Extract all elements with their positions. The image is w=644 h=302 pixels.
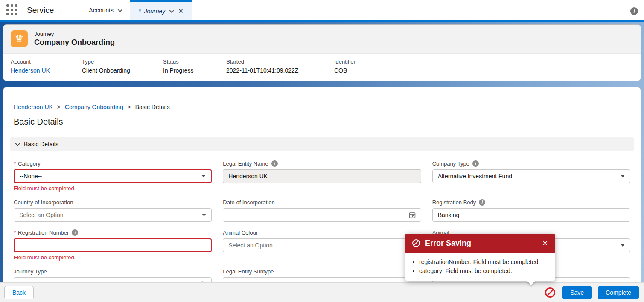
dropdown-arrow-icon <box>621 175 625 177</box>
breadcrumb-current: Basic Details <box>135 104 170 110</box>
app-launcher-icon[interactable] <box>6 4 18 16</box>
field-label: Type <box>82 58 163 65</box>
error-item: category: Field must be completed. <box>419 267 548 276</box>
accounts-tab-label: Accounts <box>89 7 114 14</box>
chevron-down-icon[interactable] <box>118 7 122 12</box>
category-select[interactable]: --None-- <box>14 169 212 183</box>
inline-error: Field must be completed. <box>14 185 212 192</box>
field-animal-colour: Animal Colour Select an Option <box>223 229 421 261</box>
field-label: Registration Body <box>432 199 476 206</box>
highlight-started: Started 2022-11-01T10:41:09.022Z <box>226 58 334 74</box>
breadcrumb-journey-link[interactable]: Company Onboarding <box>65 104 123 110</box>
breadcrumb-separator: > <box>128 104 131 110</box>
console-background: ♛ Journey Company Onboarding Account Hen… <box>0 22 644 302</box>
field-label: Started <box>226 58 334 65</box>
field-label: Status <box>163 58 226 65</box>
field-label: Country of Incorporation <box>14 199 73 206</box>
record-title: Company Onboarding <box>34 38 115 47</box>
registration-body-input[interactable]: Banking <box>432 208 630 222</box>
chevron-down-icon[interactable] <box>15 141 20 146</box>
page-title: Basic Details <box>14 117 634 127</box>
nav-item-accounts[interactable]: Accounts <box>80 0 130 20</box>
app-name: Service <box>27 6 54 15</box>
legal-entity-name-input: Henderson UK <box>223 169 421 183</box>
field-registration-body: Registration Body i Banking <box>432 199 630 222</box>
complete-button[interactable]: Complete <box>598 286 639 299</box>
error-popup-header: Error Saving ✕ <box>405 234 555 253</box>
global-navigation-bar: Service Accounts * Journey ✕ i <box>0 0 644 22</box>
date-of-incorporation-input[interactable] <box>223 208 421 222</box>
error-saving-popup: Error Saving ✕ registrationNumber: Field… <box>405 234 555 281</box>
error-item: registrationNumber: Field must be comple… <box>419 258 548 267</box>
calendar-icon[interactable] <box>409 212 416 218</box>
breadcrumb-separator: > <box>57 104 61 110</box>
record-header-card: ♛ Journey Company Onboarding Account Hen… <box>3 24 641 81</box>
field-company-type: Company Type i Alternative Investment Fu… <box>432 160 630 192</box>
field-label: Legal Entity Name <box>223 160 268 167</box>
account-link[interactable]: Henderson UK <box>11 67 82 74</box>
error-popup-title: Error Saving <box>425 239 537 248</box>
field-label: Journey Type <box>14 268 47 275</box>
field-country-of-incorporation: Country of Incorporation Select an Optio… <box>14 199 212 222</box>
entity-label: Journey <box>34 31 115 37</box>
journey-crown-icon: ♛ <box>11 30 28 47</box>
selected-value: Alternative Investment Fund <box>438 173 512 180</box>
tab-journey[interactable]: * Journey ✕ <box>130 0 192 20</box>
field-label: Identifier <box>334 58 356 65</box>
registration-number-input[interactable] <box>14 238 212 252</box>
field-label: Date of Incorporation <box>223 199 274 206</box>
highlight-status: Status In Progress <box>163 58 226 74</box>
error-list: registrationNumber: Field must be comple… <box>405 253 555 281</box>
field-label: Company Type <box>432 160 469 167</box>
field-registration-number: * Registration Number i Field must be co… <box>14 229 212 261</box>
save-button[interactable]: Save <box>562 286 592 299</box>
company-type-select[interactable]: Alternative Investment Fund <box>432 169 630 183</box>
field-value: COB <box>334 67 356 74</box>
field-legal-entity-name: Legal Entity Name i Henderson UK <box>223 160 421 192</box>
dropdown-arrow-icon <box>202 214 206 216</box>
dropdown-arrow-icon <box>621 244 625 247</box>
record-header-top: ♛ Journey Company Onboarding <box>3 25 641 53</box>
back-button[interactable]: Back <box>4 286 34 299</box>
close-icon[interactable]: ✕ <box>178 7 184 15</box>
required-asterisk: * <box>14 160 16 167</box>
section-title: Basic Details <box>24 141 58 148</box>
highlight-type: Type Client Onboarding <box>82 58 163 74</box>
close-icon[interactable]: ✕ <box>542 239 548 247</box>
field-value: Henderson UK <box>228 173 268 180</box>
info-icon[interactable]: i <box>630 7 638 15</box>
field-label: Animal Colour <box>223 229 258 236</box>
journey-tab-label: Journey <box>144 8 165 15</box>
field-value: Banking <box>438 212 460 218</box>
highlight-account: Account Henderson UK <box>11 58 82 74</box>
field-date-of-incorporation: Date of Incorporation <box>223 199 421 222</box>
unsaved-indicator: * <box>139 8 141 15</box>
required-asterisk: * <box>14 229 16 236</box>
field-label: Category <box>18 160 41 167</box>
field-category: * Category --None-- Field must be comple… <box>14 160 212 192</box>
info-icon[interactable]: i <box>472 160 479 167</box>
field-label: Account <box>11 58 82 65</box>
record-highlights-panel: Account Henderson UK Type Client Onboard… <box>3 53 641 81</box>
field-value: In Progress <box>163 67 226 74</box>
selected-value: --None-- <box>20 173 42 180</box>
field-value: 2022-11-01T10:41:09.022Z <box>226 67 334 74</box>
error-indicator-icon[interactable] <box>545 287 555 298</box>
section-basic-details[interactable]: Basic Details <box>10 137 634 151</box>
highlight-identifier: Identifier COB <box>334 58 356 74</box>
country-of-incorporation-select[interactable]: Select an Option <box>14 208 212 222</box>
placeholder-text: Select an Option <box>228 242 273 249</box>
info-icon[interactable]: i <box>479 199 485 206</box>
animal-colour-select[interactable]: Select an Option <box>223 238 421 252</box>
chevron-down-icon[interactable] <box>169 8 174 13</box>
info-icon[interactable]: i <box>271 160 278 167</box>
breadcrumb-account-link[interactable]: Henderson UK <box>14 104 53 110</box>
action-footer: Back Save Complete <box>0 282 644 302</box>
field-value: Client Onboarding <box>82 67 163 74</box>
field-label: Registration Number <box>18 229 69 236</box>
placeholder-text: Select an Option <box>19 212 64 218</box>
dropdown-arrow-icon <box>201 175 206 177</box>
inline-error: Field must be completed. <box>14 254 212 261</box>
info-icon[interactable]: i <box>72 229 78 236</box>
field-label: Legal Entity Subtype <box>223 268 274 275</box>
